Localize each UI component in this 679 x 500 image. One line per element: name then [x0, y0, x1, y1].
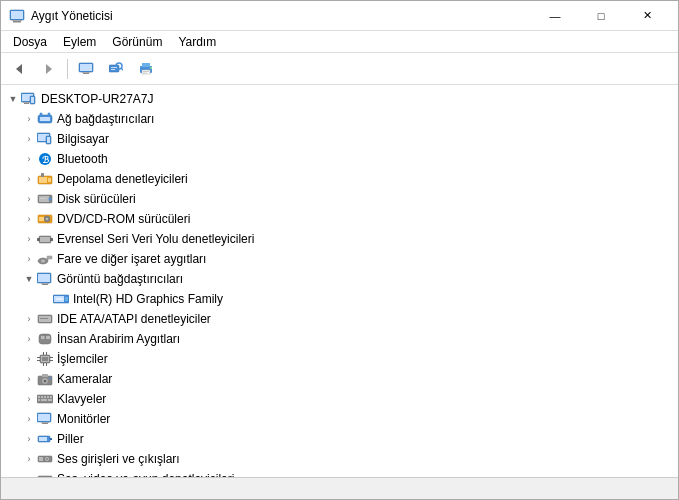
tree-panel[interactable]: ▼ DESKTOP-UR27A7J ›: [1, 85, 678, 477]
expand-icon[interactable]: ›: [21, 431, 37, 447]
tree-item-hid[interactable]: › İnsan Arabirim Aygıtları: [1, 329, 678, 349]
svg-rect-105: [39, 457, 43, 461]
svg-rect-59: [42, 284, 48, 285]
svg-rect-50: [37, 238, 40, 241]
svg-point-85: [44, 380, 47, 383]
tree-item-sound1[interactable]: › Ses girişleri ve çıkışları: [1, 449, 678, 469]
svg-rect-55: [47, 256, 52, 259]
back-button[interactable]: [5, 56, 33, 82]
tree-item-5[interactable]: › Evrensel Seri Veri Yolu denetleyiciler…: [1, 229, 678, 249]
expand-icon[interactable]: ›: [21, 411, 37, 427]
svg-rect-7: [80, 64, 92, 71]
search-btn[interactable]: [102, 56, 130, 82]
item-icon-0: [37, 111, 53, 127]
close-button[interactable]: ✕: [624, 1, 670, 31]
menu-gorunum[interactable]: Görünüm: [104, 33, 170, 51]
content-area: ▼ DESKTOP-UR27A7J ›: [1, 85, 678, 477]
tree-root[interactable]: ▼ DESKTOP-UR27A7J: [1, 89, 678, 109]
svg-line-12: [121, 68, 123, 70]
svg-rect-52: [40, 237, 50, 242]
svg-rect-102: [50, 438, 52, 440]
svg-rect-51: [50, 238, 53, 241]
tree-item-camera[interactable]: › Kameralar: [1, 369, 678, 389]
tree-item-cpu[interactable]: › İşlemci: [1, 349, 678, 369]
expand-icon[interactable]: ›: [21, 311, 37, 327]
expand-icon[interactable]: ›: [21, 371, 37, 387]
expand-icon[interactable]: ›: [21, 171, 37, 187]
tree-item-sound2[interactable]: › Ses, video ve oyun denetleyicileri: [1, 469, 678, 477]
expand-icon[interactable]: ›: [21, 231, 37, 247]
toolbar-separator-1: [67, 59, 68, 79]
expand-icon[interactable]: ›: [21, 351, 37, 367]
tree-item-2[interactable]: › Depolama denetleyicileri: [1, 169, 678, 189]
expand-icon[interactable]: ›: [21, 451, 37, 467]
title-bar-icon: [9, 8, 25, 24]
tree-item-6[interactable]: › Fare ve diğer işaret aygıtları: [1, 249, 678, 269]
svg-rect-91: [44, 396, 46, 398]
expand-icon[interactable]: ›: [21, 211, 37, 227]
item-icon-battery: [37, 431, 53, 447]
bluetooth-icon: ℬ: [37, 151, 53, 167]
expand-icon[interactable]: ›: [21, 391, 37, 407]
item-icon-camera: [37, 371, 53, 387]
root-expand-icon[interactable]: ▼: [5, 91, 21, 107]
item-label-cpu: İşlemciler: [57, 352, 108, 366]
expand-icon[interactable]: ›: [21, 131, 37, 147]
expand-icon[interactable]: ›: [21, 111, 37, 127]
svg-point-20: [150, 67, 152, 69]
tree-item-3[interactable]: › Disk sürücüleri: [1, 189, 678, 209]
tree-item-keyboard[interactable]: › Klavyeler: [1, 389, 678, 409]
printer-btn[interactable]: [132, 56, 160, 82]
minimize-button[interactable]: —: [532, 1, 578, 31]
expand-icon[interactable]: ›: [21, 251, 37, 267]
svg-point-87: [49, 377, 51, 379]
menu-yardim[interactable]: Yardım: [170, 33, 224, 51]
svg-rect-42: [39, 196, 49, 202]
tree-item-display[interactable]: ▼ Görüntü bağdaştırıcıları: [1, 269, 678, 289]
svg-rect-34: [47, 137, 50, 143]
tree-item-bluetooth[interactable]: › ℬ Bluetooth: [1, 149, 678, 169]
svg-rect-44: [40, 198, 46, 199]
menu-eylem[interactable]: Eylem: [55, 33, 104, 51]
item-icon-sound1: [37, 451, 53, 467]
tree-item-ide[interactable]: › IDE ATA/ATAPI denetleyiciler: [1, 309, 678, 329]
item-icon-6: [37, 251, 53, 267]
svg-rect-38: [39, 177, 47, 183]
svg-rect-96: [48, 399, 52, 401]
tree-item-0[interactable]: › Ağ bağdaştırıcıları: [1, 109, 678, 129]
tree-item-gpu[interactable]: › Intel(R) HD Graphics Family: [1, 289, 678, 309]
item-icon-1: [37, 131, 53, 147]
svg-rect-28: [40, 117, 50, 121]
expand-icon[interactable]: ›: [21, 331, 37, 347]
menu-dosya[interactable]: Dosya: [5, 33, 55, 51]
expand-icon-bt[interactable]: ›: [21, 151, 37, 167]
expand-icon[interactable]: ›: [21, 191, 37, 207]
maximize-button[interactable]: □: [578, 1, 624, 31]
svg-rect-78: [46, 363, 47, 366]
root-label: DESKTOP-UR27A7J: [41, 92, 153, 106]
svg-rect-26: [23, 102, 30, 103]
svg-rect-76: [46, 352, 47, 355]
svg-rect-18: [143, 71, 149, 72]
tree-item-battery[interactable]: › Piller: [1, 429, 678, 449]
item-label-3: Disk sürücüleri: [57, 192, 136, 206]
svg-rect-64: [56, 298, 63, 300]
svg-rect-63: [65, 297, 68, 301]
item-label-keyboard: Klavyeler: [57, 392, 106, 406]
tree-item-monitor[interactable]: › Monitörler: [1, 409, 678, 429]
item-label-monitor: Monitörler: [57, 412, 110, 426]
item-label-camera: Kameralar: [57, 372, 112, 386]
computer-icon-btn[interactable]: [72, 56, 100, 82]
svg-rect-86: [42, 374, 48, 377]
forward-button[interactable]: [35, 56, 63, 82]
title-bar-controls: — □ ✕: [532, 1, 670, 31]
svg-rect-75: [43, 352, 44, 355]
svg-rect-24: [31, 97, 34, 103]
svg-rect-94: [38, 399, 40, 401]
svg-rect-99: [42, 423, 48, 424]
tree-item-1[interactable]: › Bilgisayar: [1, 129, 678, 149]
title-bar-text: Aygıt Yöneticisi: [31, 9, 532, 23]
tree-item-4[interactable]: › DVD/CD-ROM sürücüleri: [1, 209, 678, 229]
expand-icon-display[interactable]: ▼: [21, 271, 37, 287]
item-label-hid: İnsan Arabirim Aygıtları: [57, 332, 180, 346]
